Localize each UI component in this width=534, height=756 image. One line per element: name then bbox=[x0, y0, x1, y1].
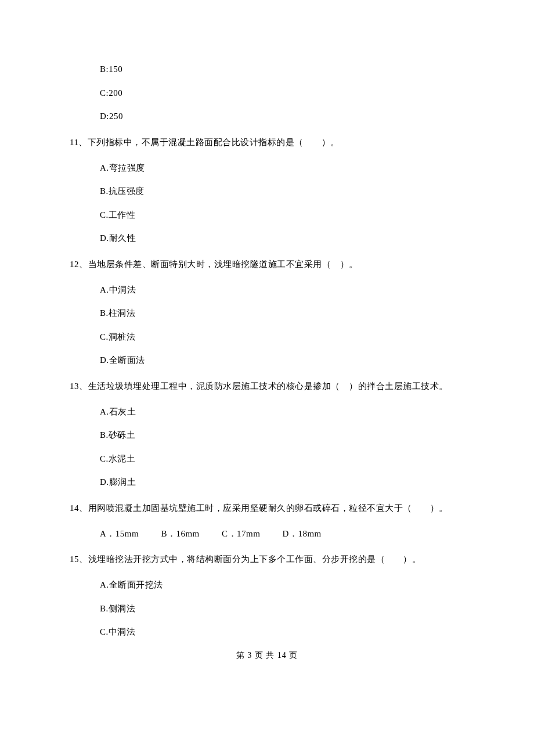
q14-option-a: A．15mm bbox=[100, 529, 139, 538]
q11-stem: 11、下列指标中，不属于混凝土路面配合比设计指标的是（ ）。 bbox=[70, 134, 464, 151]
q14-option-c: C．17mm bbox=[222, 529, 260, 538]
q11-option-d: D.耐久性 bbox=[100, 232, 464, 245]
q12-option-c: C.洞桩法 bbox=[100, 330, 464, 344]
q13-option-b: B.砂砾土 bbox=[100, 429, 464, 442]
q11-option-b: B.抗压强度 bbox=[100, 185, 464, 198]
q14-options: A．15mm B．16mm C．17mm D．18mm bbox=[100, 527, 464, 541]
q10-option-c: C:200 bbox=[100, 87, 464, 100]
q12-option-d: D.全断面法 bbox=[100, 354, 464, 367]
q10-option-b: B:150 bbox=[100, 63, 464, 76]
q13-option-c: C.水泥土 bbox=[100, 452, 464, 466]
q12-option-b: B.柱洞法 bbox=[100, 307, 464, 320]
q13-option-d: D.膨润土 bbox=[100, 476, 464, 489]
q14-stem: 14、用网喷混凝土加固基坑壁施工时，应采用坚硬耐久的卵石或碎石，粒径不宜大于（ … bbox=[70, 499, 464, 517]
q14-option-d: D．18mm bbox=[283, 529, 322, 538]
q10-option-d: D:250 bbox=[100, 110, 464, 123]
q12-stem: 12、当地层条件差、断面特别大时，浅埋暗挖隧道施工不宜采用（ ）。 bbox=[70, 255, 464, 273]
q15-option-c: C.中洞法 bbox=[100, 625, 464, 639]
q11-option-c: C.工作性 bbox=[100, 208, 464, 222]
q13-stem: 13、生活垃圾填埋处理工程中，泥质防水层施工技术的核心是掺加（ ）的拌合土层施工… bbox=[70, 377, 464, 395]
q14-option-b: B．16mm bbox=[161, 529, 199, 538]
document-page: B:150 C:200 D:250 11、下列指标中，不属于混凝土路面配合比设计… bbox=[0, 0, 534, 661]
q11-option-a: A.弯拉强度 bbox=[100, 161, 464, 175]
q15-stem: 15、浅埋暗挖法开挖方式中，将结构断面分为上下多个工作面、分步开挖的是（ ）。 bbox=[70, 550, 464, 568]
q13-option-a: A.石灰土 bbox=[100, 405, 464, 419]
q15-option-b: B.侧洞法 bbox=[100, 602, 464, 615]
q12-option-a: A.中洞法 bbox=[100, 283, 464, 297]
page-footer: 第 3 页 共 14 页 bbox=[70, 649, 464, 661]
q15-option-a: A.全断面开挖法 bbox=[100, 578, 464, 592]
